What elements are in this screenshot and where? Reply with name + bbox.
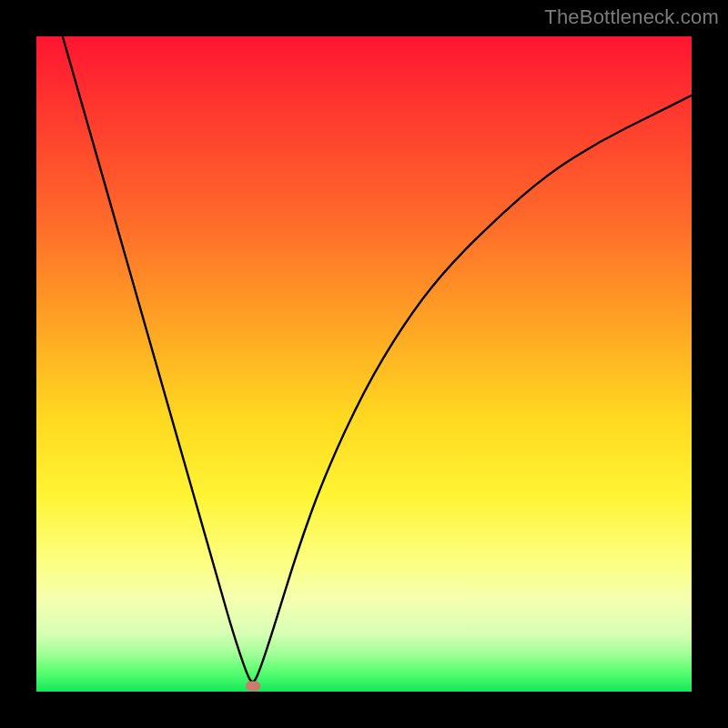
min-marker xyxy=(246,682,260,692)
plot-area xyxy=(36,36,692,692)
chart-frame: TheBottleneck.com xyxy=(0,0,728,728)
watermark-text: TheBottleneck.com xyxy=(544,5,719,29)
curve-svg xyxy=(36,36,692,692)
bottleneck-curve xyxy=(63,36,692,682)
